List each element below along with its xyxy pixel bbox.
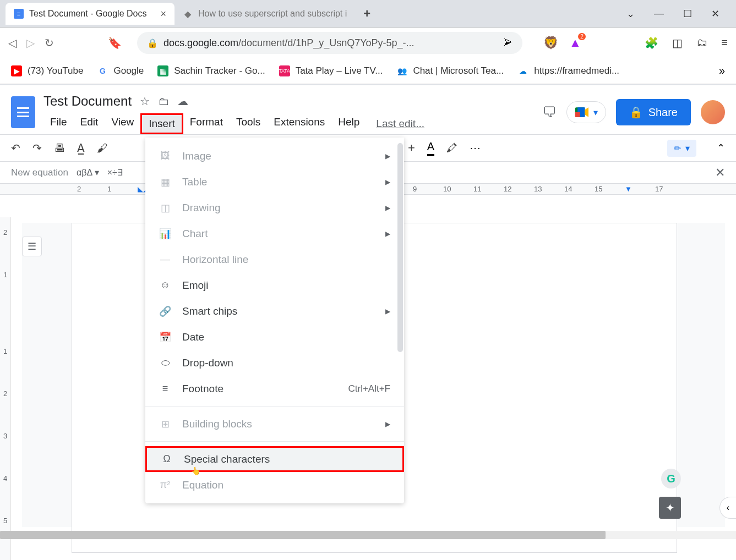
print-icon[interactable]: 🖶 xyxy=(54,142,65,155)
address-bar[interactable]: 🔒 docs.google.com/document/d/1hP_y_UsnQ7… xyxy=(137,32,522,54)
document-title[interactable]: Test Document xyxy=(43,94,132,109)
spellcheck-icon[interactable]: A̲ xyxy=(77,141,85,155)
menu-item-label: Date xyxy=(182,331,204,343)
wallet-icon[interactable]: 🗂 xyxy=(696,36,707,50)
move-icon[interactable]: 🗀 xyxy=(158,95,169,108)
collapse-toolbar-icon[interactable]: ⌃ xyxy=(717,142,725,154)
bookmark-sheets[interactable]: ▦Sachin Tracker - Go... xyxy=(157,65,265,76)
menu-item-label: Special characters xyxy=(184,453,270,465)
bookmarks-bar: ▶(73) YouTube GGoogle ▦Sachin Tracker - … xyxy=(0,58,736,84)
bookmark-page-icon[interactable]: 🔖 xyxy=(108,36,122,50)
forward-button: ▷ xyxy=(26,36,35,50)
menu-file[interactable]: File xyxy=(43,113,74,134)
submenu-arrow-icon: ▶ xyxy=(385,230,390,238)
horizontal-scrollbar[interactable] xyxy=(0,531,736,539)
svg-rect-2 xyxy=(575,112,580,117)
menu-help[interactable]: Help xyxy=(331,113,366,134)
bookmark-tataplay[interactable]: TATATata Play – Live TV... xyxy=(279,65,383,76)
menu-item-icon: ◫ xyxy=(159,202,171,214)
docs-logo[interactable] xyxy=(11,96,35,128)
dropdown-scrollbar[interactable] xyxy=(397,143,403,352)
insert-menu-building-blocks: ⊞Building blocks▶ xyxy=(145,411,404,437)
insert-menu-special-characters[interactable]: ΩSpecial characters xyxy=(145,446,404,472)
menu-format[interactable]: Format xyxy=(183,113,230,134)
maximize-icon[interactable]: ☐ xyxy=(683,8,692,20)
close-equation-bar[interactable]: ✕ xyxy=(715,166,725,180)
star-icon[interactable]: ☆ xyxy=(140,95,150,108)
pencil-icon: ✏ xyxy=(674,143,681,153)
toolbar-more[interactable]: ⋯ xyxy=(470,141,482,155)
back-button[interactable]: ◁ xyxy=(8,36,17,50)
menu-item-icon: π² xyxy=(159,479,171,491)
paint-format-icon[interactable]: 🖌 xyxy=(97,142,108,155)
submenu-arrow-icon: ▶ xyxy=(385,420,390,428)
bookmark-google[interactable]: GGoogle xyxy=(97,65,144,76)
bookmark-youtube[interactable]: ▶(73) YouTube xyxy=(11,65,83,76)
equation-greek[interactable]: αβΔ ▾ xyxy=(77,167,99,178)
minimize-icon[interactable]: — xyxy=(654,8,664,20)
menu-extensions[interactable]: Extensions xyxy=(267,113,331,134)
browser-tab-active[interactable]: ≡ Test Document - Google Docs × xyxy=(6,3,175,25)
insert-menu-footnote[interactable]: ≡FootnoteCtrl+Alt+F xyxy=(145,376,404,402)
share-button[interactable]: 🔒 Share xyxy=(616,99,691,125)
cloud-status-icon[interactable]: ☁ xyxy=(177,95,188,108)
comments-icon[interactable]: 🗨 xyxy=(542,104,557,121)
insert-menu-emoji[interactable]: ☺Emoji xyxy=(145,272,404,298)
bookmark-onedrive[interactable]: ☁https://framedmedi... xyxy=(517,65,619,76)
menu-tools[interactable]: Tools xyxy=(230,113,267,134)
menu-item-label: Table xyxy=(182,176,207,188)
outline-toggle[interactable]: ☰ xyxy=(22,237,42,256)
browser-tab-bar: ≡ Test Document - Google Docs × ◆ How to… xyxy=(0,0,736,28)
editing-mode-button[interactable]: ✏ ▾ xyxy=(667,140,696,157)
menu-item-label: Horizontal line xyxy=(182,254,248,266)
menu-item-label: Drop-down xyxy=(182,357,233,369)
close-tab-icon[interactable]: × xyxy=(160,8,166,20)
menu-item-label: Image xyxy=(182,150,211,162)
bookmark-teams[interactable]: 👥Chat | Microsoft Tea... xyxy=(396,65,504,76)
browser-tab[interactable]: ◆ How to use superscript and subscript i xyxy=(175,3,355,25)
extensions-icon[interactable]: 🧩 xyxy=(645,36,658,50)
sidepanel-icon[interactable]: ◫ xyxy=(672,36,683,50)
menu-insert[interactable]: Insert xyxy=(140,113,183,134)
tab-favicon: ◆ xyxy=(183,9,193,19)
new-tab-button[interactable]: + xyxy=(363,7,370,21)
share-url-icon[interactable]: ⮚ xyxy=(504,38,513,48)
highlight-icon[interactable]: 🖍 xyxy=(446,142,457,155)
brave-shield-icon[interactable]: 🦁 xyxy=(543,36,558,50)
brave-rewards-icon[interactable]: ▲2 xyxy=(569,36,581,50)
text-color-button[interactable]: A xyxy=(427,140,434,156)
submenu-arrow-icon: ▶ xyxy=(385,178,390,186)
user-avatar[interactable] xyxy=(701,100,725,124)
menu-bar: File Edit View Insert Format Tools Exten… xyxy=(43,113,534,134)
redo-icon[interactable]: ↷ xyxy=(32,141,42,155)
menu-item-label: Chart xyxy=(182,228,208,240)
insert-menu-smart-chips[interactable]: 🔗Smart chips▶ xyxy=(145,298,404,324)
meet-button[interactable]: ▾ xyxy=(566,101,606,123)
undo-icon[interactable]: ↶ xyxy=(11,141,20,155)
insert-menu-drawing: ◫Drawing▶ xyxy=(145,195,404,221)
chevron-down-icon: ▾ xyxy=(685,143,690,153)
last-edit-link[interactable]: Last edit... xyxy=(376,118,424,130)
menu-item-icon: 📅 xyxy=(159,331,171,343)
menu-edit[interactable]: Edit xyxy=(74,113,105,134)
lock-icon: 🔒 xyxy=(147,38,158,48)
menu-view[interactable]: View xyxy=(105,113,140,134)
reload-button[interactable]: ↻ xyxy=(45,36,54,50)
insert-menu-horizontal-line: —Horizontal line xyxy=(145,246,404,272)
explore-button[interactable]: ✦ xyxy=(659,497,681,519)
vertical-ruler[interactable]: 2 1 1 2 3 4 5 xyxy=(0,217,11,560)
new-equation-button[interactable]: New equation xyxy=(11,167,68,178)
url-text: docs.google.com/document/d/1hP_y_UsnQ7Yo… xyxy=(163,37,415,49)
insert-menu-drop-down[interactable]: ⬭Drop-down xyxy=(145,350,404,376)
chevron-down-icon[interactable]: ⌄ xyxy=(626,8,635,20)
insert-menu-image: 🖼Image▶ xyxy=(145,143,404,169)
menu-item-icon: ⬭ xyxy=(159,357,171,369)
menu-item-icon: ☺ xyxy=(159,279,171,291)
font-size-increase[interactable]: + xyxy=(408,141,415,155)
bookmarks-overflow[interactable]: » xyxy=(719,64,725,77)
equation-operators[interactable]: ×÷∃ xyxy=(107,167,123,178)
menu-icon[interactable]: ≡ xyxy=(721,36,728,50)
grammarly-icon[interactable]: G xyxy=(661,469,681,488)
close-window-icon[interactable]: ✕ xyxy=(711,8,719,20)
insert-menu-date[interactable]: 📅Date xyxy=(145,324,404,350)
